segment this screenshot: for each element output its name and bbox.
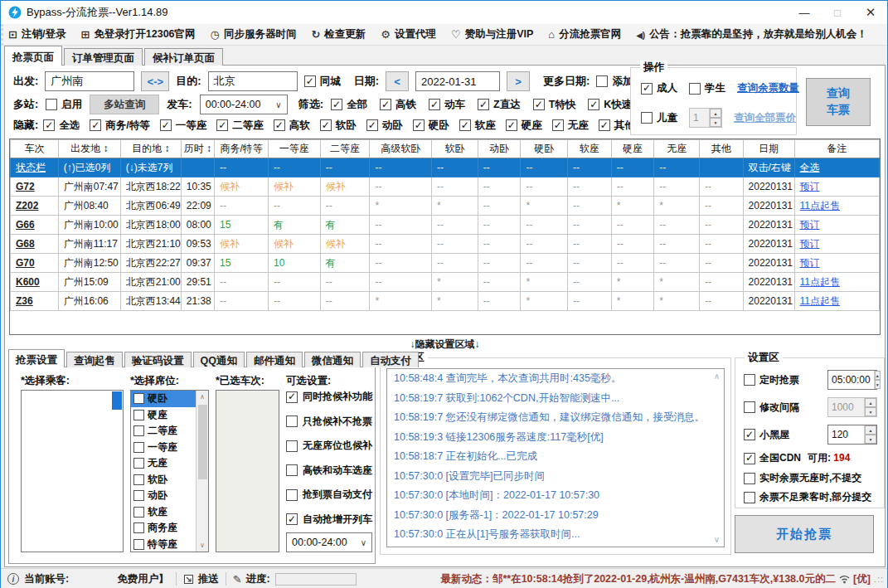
seat-option[interactable]: 商务座 — [131, 520, 196, 537]
settings-tab[interactable]: 邮件通知 — [246, 352, 303, 367]
student-checkbox[interactable]: 学生 — [689, 81, 725, 95]
train-link[interactable]: G72 — [11, 177, 59, 197]
column-header[interactable]: 目的地 ↕ — [120, 140, 181, 158]
train-row[interactable]: G66广州南10:00北京西18:0008:0015有有------------… — [11, 216, 880, 235]
output-log[interactable]: 10:58:48:4 查询完毕，本次查询共用时:435毫秒。10:58:19:7… — [386, 368, 725, 547]
push-label[interactable]: 推送 — [198, 572, 219, 586]
menu-item[interactable]: 公告：抢票靠的是坚持，放弃就是给别人机会！ — [636, 27, 867, 41]
book-link[interactable]: 预订 — [794, 254, 879, 273]
date-input[interactable]: 2022-01-31 — [415, 71, 500, 91]
seat-option[interactable]: 无座 — [131, 455, 196, 472]
blackroom-checkbox[interactable]: 小黑屋 — [744, 428, 789, 442]
date-next-button[interactable]: > — [507, 71, 530, 91]
hide-column-checkbox[interactable]: 软卧 — [320, 119, 357, 133]
train-row[interactable]: G70广州南12:50北京西22:2709:371510有-----------… — [11, 254, 880, 273]
column-header[interactable]: 二等座 — [320, 140, 370, 158]
column-header[interactable]: 无座 — [654, 140, 700, 158]
status-row[interactable]: 状态栏(↑)已选0列(↓)未选7列--------------------双击/… — [11, 158, 880, 177]
seat-listbox[interactable]: 硬卧 硬座 二等座 — [130, 390, 209, 552]
train-link[interactable]: Z202 — [11, 197, 59, 216]
column-header[interactable]: 其他 — [699, 140, 743, 158]
column-header[interactable]: 日期 — [743, 140, 794, 158]
main-tab[interactable]: 抢票页面 — [4, 46, 62, 66]
column-header[interactable]: 一等座 — [269, 140, 321, 158]
close-button[interactable]: ✕ — [854, 1, 887, 24]
column-header[interactable]: 商务/特等 — [215, 140, 269, 158]
train-link[interactable]: G70 — [11, 254, 59, 273]
scroll-down-icon[interactable]: ∨ — [714, 535, 720, 544]
stepper-down-icon[interactable]: ▼ — [710, 118, 721, 127]
dest-input[interactable]: 北京 — [208, 71, 298, 91]
timed-grab-time-stepper[interactable]: 05:00:00▲▼ — [827, 370, 877, 390]
column-header[interactable]: 出发地 ↕ — [58, 140, 120, 158]
train-type-checkbox[interactable]: Z直达 — [478, 98, 521, 112]
child-count-stepper[interactable]: 1▲▼ — [689, 108, 722, 128]
column-header[interactable]: 硬卧 — [521, 140, 568, 158]
book-link[interactable]: 预订 — [794, 216, 879, 235]
settings-tab[interactable]: 微信通知 — [304, 352, 361, 367]
column-header[interactable]: 软座 — [567, 140, 611, 158]
main-tab[interactable]: 订单管理页面 — [64, 48, 143, 66]
status-bar-cell[interactable]: 状态栏 — [11, 158, 59, 177]
book-link[interactable]: 11点起售 — [794, 292, 879, 311]
multi-enable-checkbox[interactable]: 启用 — [46, 98, 82, 112]
selected-trains-listbox[interactable] — [216, 390, 279, 552]
blackroom-stepper[interactable]: 120▲▼ — [827, 425, 877, 445]
optional-setting-checkbox[interactable]: 自动抢增开列车 — [286, 513, 372, 527]
start-grab-button[interactable]: 开始抢票 — [735, 515, 874, 553]
column-header[interactable]: 历时 ↕ — [181, 140, 214, 158]
menu-item[interactable]: 检查更新 — [311, 27, 366, 41]
hide-column-checkbox[interactable]: 动卧 — [366, 119, 403, 133]
stepper-up-icon[interactable]: ▲ — [710, 109, 721, 118]
settings-tab[interactable]: 查询起售 — [66, 352, 123, 367]
train-link[interactable]: Z36 — [11, 292, 59, 311]
hide-column-checkbox[interactable]: 商务/特等 — [90, 119, 149, 133]
seat-option[interactable]: 硬座 — [131, 407, 196, 424]
interval-stepper[interactable]: 1000▲▼ — [827, 397, 877, 417]
optional-setting-checkbox[interactable]: 只抢候补不抢票 — [286, 415, 372, 429]
book-link[interactable]: 预订 — [794, 235, 879, 254]
optional-setting-checkbox[interactable]: 无座席位也候补 — [286, 439, 372, 453]
settings-tab[interactable]: 验证码设置 — [124, 352, 192, 367]
scroll-down-icon[interactable]: ∨ — [197, 539, 208, 552]
date-prev-button[interactable]: < — [386, 71, 409, 91]
column-header[interactable]: 硬座 — [611, 140, 654, 158]
train-type-checkbox[interactable]: K快速 — [588, 98, 632, 112]
menu-item[interactable]: 免登录打开12306官网 — [80, 27, 195, 41]
column-header[interactable]: 软卧 — [432, 140, 478, 158]
partial-submit-checkbox[interactable]: 余票不足乘客时,部分提交 — [744, 490, 871, 504]
column-header[interactable]: 备注 — [794, 140, 879, 158]
seat-option[interactable]: 软卧 — [131, 472, 196, 488]
settings-tab[interactable]: 自动支付 — [362, 352, 419, 367]
book-link[interactable]: 11点起售 — [794, 273, 879, 292]
hide-column-checkbox[interactable]: 无座 — [552, 119, 589, 133]
optional-setting-checkbox[interactable]: 高铁和动车选座 — [286, 464, 372, 478]
book-link[interactable]: 11点起售 — [794, 197, 879, 216]
query-price-link[interactable]: 查询全部票价 — [734, 111, 796, 125]
column-header[interactable]: 车次 — [11, 140, 59, 158]
query-remaining-link[interactable]: 查询余票数量 — [737, 81, 799, 95]
train-type-checkbox[interactable]: 动车 — [429, 98, 465, 112]
column-header[interactable]: 动卧 — [478, 140, 521, 158]
train-type-checkbox[interactable]: 高铁 — [380, 98, 416, 112]
hide-column-checkbox[interactable]: 高软 — [274, 119, 310, 133]
swap-stations-button[interactable]: <-> — [141, 71, 169, 91]
seat-option[interactable]: 二等座 — [131, 423, 196, 440]
hide-column-checkbox[interactable]: 一等座 — [160, 119, 207, 133]
optional-setting-checkbox[interactable]: 同时抢候补功能 — [286, 390, 372, 404]
train-type-checkbox[interactable]: T特快 — [533, 98, 576, 112]
depart-input[interactable]: 广州南 — [45, 71, 134, 91]
column-header[interactable]: 高级软卧 — [370, 140, 432, 158]
output-scrollbar[interactable]: ∧ ∨ — [710, 369, 724, 547]
optional-setting-checkbox[interactable]: 抢到票自动支付 — [286, 488, 372, 502]
passenger-listbox[interactable] — [21, 390, 124, 552]
seat-option[interactable]: 软座 — [131, 504, 196, 521]
hide-column-checkbox[interactable]: 全选 — [43, 119, 80, 133]
seat-scrollbar[interactable]: ∧ ∨ — [196, 391, 208, 552]
seat-option[interactable]: 动卧 — [131, 488, 196, 504]
scroll-up-icon[interactable]: ∧ — [714, 372, 720, 381]
cdn-checkbox[interactable]: 全国CDN — [744, 451, 801, 465]
no-seat-no-submit-checkbox[interactable]: 实时余票无座时,不提交 — [744, 471, 861, 485]
grab-time-range-dropdown[interactable]: 00:00-24:00∨ — [286, 532, 372, 552]
timed-grab-checkbox[interactable]: 定时抢票 — [744, 373, 799, 387]
